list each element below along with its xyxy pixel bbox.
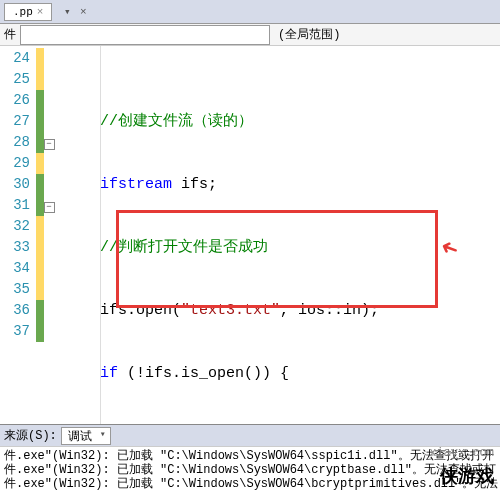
line-number-gutter: 2425 262728 293031 323334 353637 bbox=[0, 46, 36, 426]
file-tab[interactable]: .pp × bbox=[4, 3, 52, 21]
tab-title: .pp bbox=[13, 6, 33, 18]
nav-back-icon[interactable]: ▾ bbox=[60, 5, 74, 19]
fold-icon[interactable]: − bbox=[44, 139, 55, 150]
scope-label[interactable]: (全局范围) bbox=[270, 26, 348, 43]
tab-actions: ▾ × bbox=[60, 5, 90, 19]
output-header: 来源(S): 调试 bbox=[0, 424, 500, 446]
fold-gutter: − − bbox=[36, 46, 62, 426]
code-text: //判断打开文件是否成功 bbox=[100, 239, 268, 256]
output-source-dropdown[interactable]: 调试 bbox=[61, 427, 111, 445]
code-text: ifstream bbox=[100, 176, 172, 193]
nav-fwd-icon[interactable]: × bbox=[76, 5, 90, 19]
output-body[interactable]: 件.exe"(Win32): 已加载 "C:\Windows\SysWOW64\… bbox=[0, 446, 500, 500]
fold-icon[interactable]: − bbox=[44, 202, 55, 213]
output-panel: 来源(S): 调试 件.exe"(Win32): 已加载 "C:\Windows… bbox=[0, 424, 500, 500]
scope-bar: 件 (全局范围) bbox=[0, 24, 500, 46]
tab-bar: .pp × ▾ × bbox=[0, 0, 500, 24]
code-area[interactable]: //创建文件流（读的） ifstream ifs; //判断打开文件是否成功 i… bbox=[62, 46, 500, 426]
annotation-box bbox=[116, 210, 438, 308]
scope-dropdown-left[interactable] bbox=[20, 25, 270, 45]
close-icon[interactable]: × bbox=[37, 6, 44, 18]
output-source-label: 来源(S): bbox=[4, 427, 57, 444]
scope-prefix: 件 bbox=[0, 26, 20, 43]
code-text: //创建文件流（读的） bbox=[100, 113, 253, 130]
code-editor[interactable]: 2425 262728 293031 323334 353637 − − //创… bbox=[0, 46, 500, 426]
